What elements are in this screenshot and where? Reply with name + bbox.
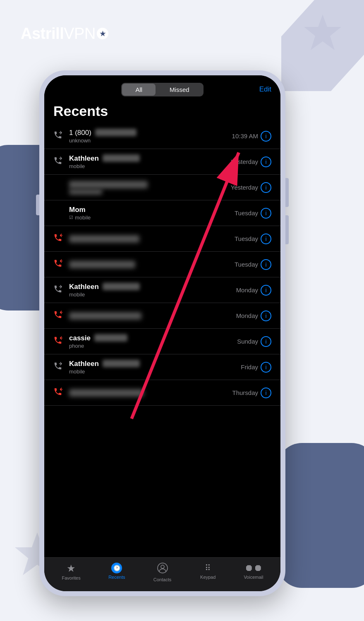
info-button[interactable]: i (261, 208, 271, 219)
nav-recents[interactable]: 🕐 Recents (94, 563, 139, 582)
nav-voicemail-label: Voicemail (244, 575, 263, 580)
call-meta: Yesterday i (231, 182, 271, 193)
call-name (69, 389, 232, 397)
call-name (69, 235, 235, 243)
info-button[interactable]: i (261, 233, 271, 244)
info-button[interactable]: i (261, 131, 271, 142)
tab-all[interactable]: All (122, 84, 156, 96)
call-meta: Monday i (236, 285, 271, 296)
phone-missed-icon (53, 387, 65, 398)
favorites-icon: ★ (67, 563, 76, 574)
nav-contacts[interactable]: Contacts (139, 563, 185, 582)
svg-marker-1 (304, 14, 341, 50)
info-button[interactable]: i (261, 182, 271, 193)
call-time: Monday (236, 286, 258, 294)
call-time: Friday (241, 363, 258, 371)
call-name: Kathleen (69, 283, 236, 291)
recents-title: Recents (44, 100, 280, 123)
logo-text: AstrillVPN (21, 25, 108, 42)
phone-missed-icon (53, 233, 65, 244)
call-meta: Tuesday i (235, 208, 271, 219)
nav-keypad-label: Keypad (200, 575, 216, 580)
call-item: Mom ☑ mobile Tuesday i (44, 200, 280, 226)
call-item: Kathleen mobile Friday i (44, 354, 280, 380)
phone-missed-icon (53, 259, 65, 270)
nav-keypad[interactable]: ⠿ Keypad (185, 563, 231, 582)
side-btn-right2 (285, 215, 289, 244)
bg-star-top-right2 (302, 12, 343, 54)
call-meta: 10:39 AM i (232, 131, 271, 142)
call-info: Kathleen mobile (69, 360, 241, 375)
logo-area: AstrillVPN (21, 25, 108, 43)
call-time: Monday (236, 312, 258, 319)
info-button[interactable]: i (261, 310, 271, 321)
call-time: Tuesday (235, 235, 258, 242)
side-btn-left (36, 195, 39, 215)
call-item: Tuesday i (44, 252, 280, 277)
call-item: Tuesday i (44, 226, 280, 252)
call-name (69, 260, 235, 269)
call-time: Tuesday (235, 209, 258, 217)
call-sub: mobile (69, 163, 231, 169)
info-button[interactable]: i (261, 388, 271, 398)
phone-missed-icon (53, 310, 65, 321)
call-name: Mom (69, 206, 235, 214)
call-item: Monday i (44, 303, 280, 329)
call-name: 1 (800) (69, 129, 232, 137)
call-sub (69, 189, 231, 195)
call-item: Thursday i (44, 380, 280, 406)
call-info (69, 389, 232, 397)
logo-icon (97, 28, 108, 39)
call-info (69, 181, 231, 195)
edit-button[interactable]: Edit (259, 83, 271, 96)
page-title: Recents (53, 103, 271, 119)
call-info: Kathleen mobile (69, 283, 236, 298)
contacts-icon (157, 563, 168, 576)
call-time: Thursday (232, 389, 258, 396)
call-sub: mobile (69, 368, 241, 375)
call-meta: Thursday i (232, 388, 271, 398)
nav-favorites-label: Favorites (62, 575, 80, 580)
call-info: cassie phone (69, 334, 237, 349)
call-name: cassie (69, 334, 237, 342)
info-button[interactable]: i (261, 285, 271, 296)
call-item: Yesterday i (44, 175, 280, 200)
call-info (69, 312, 236, 320)
keypad-icon: ⠿ (205, 563, 211, 573)
info-button[interactable]: i (261, 336, 271, 347)
call-list[interactable]: 1 (800) unknown 10:39 AM i (44, 123, 280, 563)
info-button[interactable]: i (261, 362, 271, 373)
phone-outer: All Missed Edit Recents (39, 70, 285, 596)
call-time: Sunday (237, 338, 258, 345)
phone-icon (53, 130, 65, 142)
call-name: Kathleen (69, 154, 231, 163)
call-sub: mobile (69, 291, 236, 298)
checkmark-icon: ☑ (69, 215, 73, 220)
call-time: Tuesday (235, 261, 258, 268)
call-sub: phone (69, 343, 237, 349)
call-info (69, 260, 235, 269)
nav-voicemail[interactable]: ⏺⏺ Voicemail (231, 563, 276, 582)
bg-shape-bottom-right (277, 443, 364, 588)
tab-missed[interactable]: Missed (156, 84, 203, 96)
nav-contacts-label: Contacts (153, 577, 171, 582)
call-item: 1 (800) unknown 10:39 AM i (44, 123, 280, 149)
info-button[interactable]: i (261, 156, 271, 167)
call-sub: ☑ mobile (69, 214, 235, 221)
phone-screen: All Missed Edit Recents (44, 75, 280, 591)
nav-favorites[interactable]: ★ Favorites (48, 563, 94, 582)
bottom-nav: ★ Favorites 🕐 Recents Contacts (44, 557, 280, 591)
call-info: Mom ☑ mobile (69, 206, 235, 221)
info-button[interactable]: i (261, 259, 271, 270)
call-meta: Friday i (241, 362, 271, 373)
call-time: Yesterday (231, 184, 258, 191)
call-item: Kathleen mobile Monday i (44, 277, 280, 303)
call-meta: Monday i (236, 310, 271, 321)
call-meta: Tuesday i (235, 233, 271, 244)
phone-icon (53, 156, 65, 167)
call-name (69, 312, 236, 320)
call-meta: Yesterday i (231, 156, 271, 167)
call-name: Kathleen (69, 360, 241, 368)
svg-point-3 (161, 565, 164, 568)
nav-recents-label: Recents (108, 575, 125, 580)
